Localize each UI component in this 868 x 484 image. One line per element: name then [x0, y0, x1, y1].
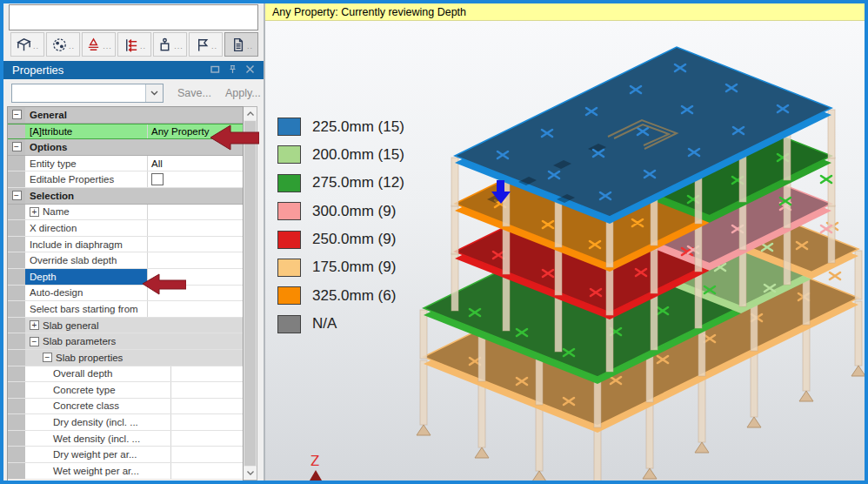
sections-icon — [51, 37, 68, 53]
editable-properties-checkbox[interactable] — [151, 173, 164, 185]
column[interactable] — [536, 407, 543, 471]
slab-properties-row[interactable]: −Slab properties — [8, 350, 243, 366]
column[interactable] — [451, 253, 458, 311]
column[interactable] — [478, 383, 485, 447]
auto-design-row[interactable]: Auto-design — [8, 286, 243, 302]
fixity-button[interactable]: ... — [153, 32, 187, 57]
supports-button[interactable]: ... — [82, 32, 116, 57]
column[interactable] — [784, 227, 791, 285]
attribute-row[interactable]: [A]ttributeAny Property — [8, 124, 243, 140]
column[interactable] — [606, 218, 613, 267]
document-button[interactable]: .. — [224, 32, 258, 57]
column[interactable] — [536, 356, 543, 405]
column[interactable] — [420, 310, 427, 359]
dry-weight-row[interactable]: Dry weight per ar... — [8, 447, 243, 463]
column[interactable] — [739, 201, 746, 250]
row-value — [170, 399, 243, 414]
collapse-icon[interactable]: − — [43, 353, 52, 362]
restore-icon[interactable] — [210, 64, 220, 77]
concrete-class-row[interactable]: Concrete class — [8, 399, 243, 415]
column[interactable] — [606, 266, 613, 315]
select-bars-row[interactable]: Select bars starting from — [8, 301, 243, 318]
column[interactable] — [803, 276, 810, 325]
depth-row[interactable]: Depth — [8, 269, 243, 286]
close-icon[interactable] — [245, 64, 255, 77]
section-general[interactable]: −General — [8, 107, 243, 124]
row-gutter — [8, 382, 25, 398]
column[interactable] — [751, 302, 758, 351]
column[interactable] — [651, 197, 658, 245]
include-in-diaphragm-row[interactable]: Include in diaphragm — [8, 237, 243, 253]
apply-button[interactable]: Apply... — [225, 87, 261, 99]
name-row[interactable]: +Name — [8, 205, 243, 221]
column[interactable] — [695, 223, 702, 272]
row-label: Dry density (incl. ... — [25, 414, 170, 430]
wet-density-row[interactable]: Wet density (incl. ... — [8, 431, 243, 447]
column[interactable] — [503, 225, 510, 274]
column[interactable] — [555, 246, 562, 295]
entity-type-row[interactable]: Entity typeAll — [8, 156, 243, 172]
frame-button[interactable]: .. — [10, 32, 44, 57]
column[interactable] — [503, 273, 510, 331]
column[interactable] — [739, 153, 746, 202]
section-selection[interactable]: −Selection — [8, 188, 243, 205]
column[interactable] — [828, 110, 835, 158]
sections-button[interactable]: .. — [46, 32, 80, 57]
collapse-icon[interactable]: − — [30, 337, 39, 346]
column[interactable] — [698, 378, 705, 442]
column[interactable] — [698, 327, 705, 376]
column[interactable] — [594, 379, 601, 427]
column[interactable] — [695, 271, 702, 328]
column[interactable] — [803, 326, 810, 391]
concrete-type-row[interactable]: Concrete type — [8, 382, 243, 399]
column[interactable] — [855, 301, 862, 366]
column[interactable] — [784, 131, 791, 180]
column[interactable] — [828, 205, 835, 263]
column[interactable] — [739, 249, 746, 306]
column[interactable] — [478, 333, 485, 381]
column[interactable] — [646, 353, 653, 402]
scroll-up-icon[interactable] — [244, 107, 257, 120]
collapse-icon[interactable]: − — [12, 142, 22, 151]
viewport-3d[interactable]: Z 225.0mm (15)200.0mm (15)275.0mm (12)30… — [265, 21, 865, 481]
slab-parameters-row[interactable]: −Slab parameters — [8, 333, 243, 350]
save-button[interactable]: Save... — [177, 87, 211, 99]
wet-weight-row[interactable]: Wet weight per ar... — [8, 463, 243, 480]
editable-properties-row[interactable]: Editable Properties — [8, 171, 243, 188]
flag-button[interactable]: .. — [189, 32, 223, 57]
overall-depth-row[interactable]: Overall depth — [8, 366, 243, 383]
column[interactable] — [555, 198, 562, 247]
expand-icon[interactable]: + — [30, 320, 39, 330]
legend-swatch — [277, 231, 301, 249]
column[interactable] — [451, 205, 458, 254]
slab-general-row[interactable]: +Slab general — [8, 318, 243, 334]
collapse-icon[interactable]: − — [12, 191, 22, 200]
dry-density-row[interactable]: Dry density (incl. ... — [8, 414, 243, 431]
column[interactable] — [651, 292, 658, 350]
column[interactable] — [594, 429, 601, 481]
column[interactable] — [606, 314, 613, 372]
expand-icon[interactable]: + — [30, 207, 39, 217]
x-direction-row[interactable]: X direction — [8, 220, 243, 237]
legend-swatch — [277, 259, 301, 277]
column[interactable] — [751, 353, 758, 417]
scroll-down-icon[interactable] — [244, 467, 257, 480]
properties-scrollbar[interactable] — [244, 106, 257, 481]
column[interactable] — [420, 360, 427, 425]
scrollbar-thumb[interactable] — [244, 121, 256, 466]
row-label: Wet weight per ar... — [25, 463, 170, 479]
chevron-down-icon[interactable] — [145, 84, 163, 102]
column[interactable] — [646, 404, 653, 468]
collapse-icon[interactable]: − — [12, 110, 22, 119]
column[interactable] — [651, 245, 658, 293]
override-slab-depth-row[interactable]: Override slab depth — [8, 252, 243, 269]
pin-icon[interactable] — [228, 64, 237, 77]
preset-combo[interactable] — [11, 84, 164, 103]
column[interactable] — [451, 158, 458, 206]
column[interactable] — [695, 175, 702, 224]
loads-button[interactable]: .. — [117, 32, 151, 57]
section-options[interactable]: −Options — [8, 139, 243, 156]
column[interactable] — [855, 251, 862, 299]
column[interactable] — [555, 294, 562, 352]
row-label: [A]ttribute — [25, 124, 147, 139]
